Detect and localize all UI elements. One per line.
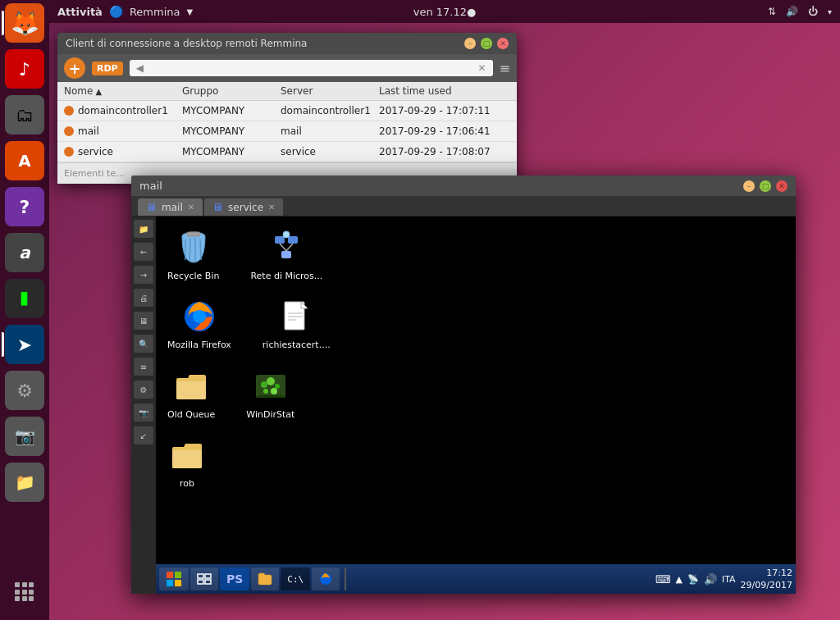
launcher-help[interactable]: ? <box>5 187 44 226</box>
rob-icon-desktop[interactable]: rob <box>164 432 210 493</box>
network-tray[interactable]: 📡 <box>687 574 699 585</box>
explorer-button[interactable] <box>251 568 279 590</box>
mail-close-button[interactable]: ✕ <box>776 180 788 192</box>
tab-mail[interactable]: 🖥 mail ✕ <box>138 198 203 216</box>
app-menu-arrow[interactable]: ▼ <box>186 7 193 16</box>
sidebar-btn-forward[interactable]: → <box>134 266 153 284</box>
taskbar-firefox[interactable] <box>312 568 340 590</box>
sidebar-btn-settings[interactable]: ⚙ <box>134 381 153 399</box>
app-name[interactable]: Remmina <box>130 6 180 18</box>
launcher-firefox[interactable]: 🦊 <box>5 3 44 43</box>
sidebar-btn-cam[interactable]: 📷 <box>134 403 153 422</box>
mail-maximize-button[interactable]: □ <box>760 180 771 192</box>
launcher-remmina[interactable]: ➤ <box>5 325 44 364</box>
launcher-amazon[interactable]: a <box>5 233 44 272</box>
rob-image <box>167 435 207 475</box>
mail-body: 📁 ← → 🖨 🖥 🔍 ≡ ⚙ 📷 ↙ <box>131 217 796 594</box>
win-date: 29/09/2017 <box>741 579 792 591</box>
power-icon[interactable]: ⏻ <box>808 6 818 17</box>
cmd-button[interactable]: C:\ <box>281 568 310 590</box>
svg-rect-6 <box>275 236 285 244</box>
sidebar-btn-monitor[interactable]: 🖥 <box>134 312 153 330</box>
launcher-file-manager[interactable]: 📁 <box>5 463 44 502</box>
sidebar-btn-back[interactable]: ← <box>134 243 153 261</box>
search-input[interactable] <box>144 62 478 74</box>
taskview-button[interactable] <box>190 568 218 590</box>
connection-icon-1 <box>64 126 74 136</box>
sidebar-btn-list[interactable]: ≡ <box>134 358 153 376</box>
svg-line-10 <box>286 244 293 251</box>
sidebar-btn-folder[interactable]: 📁 <box>134 220 153 238</box>
start-button[interactable] <box>159 568 189 590</box>
lang-indicator[interactable]: ITA <box>722 574 736 585</box>
row-last-used-2: 2017-09-29 - 17:08:07 <box>379 146 510 157</box>
sidebar-btn-search[interactable]: 🔍 <box>134 335 153 353</box>
svg-point-19 <box>261 381 267 388</box>
sound-tray[interactable]: 🔊 <box>704 573 717 586</box>
top-bar: Attività 🔵 Remmina ▼ ven 17.12● ⇅ 🔊 ⏻ ▾ <box>49 0 840 23</box>
connection-icon-2 <box>64 147 74 157</box>
remmina-toolbar: + RDP ◀ ✕ ≡ <box>57 54 517 82</box>
remmina-title: Client di connessione a desktop remoti R… <box>66 38 307 49</box>
power-arrow[interactable]: ▾ <box>828 7 832 16</box>
icon-row-3: Old Queue <box>164 363 788 424</box>
sidebar-btn-down[interactable]: ↙ <box>134 426 153 444</box>
launcher-camera[interactable]: 📷 <box>5 417 44 456</box>
tab-mail-close[interactable]: ✕ <box>188 203 194 212</box>
oldqueue-image <box>171 367 211 406</box>
svg-rect-26 <box>175 572 181 578</box>
firefox-image <box>180 297 219 336</box>
table-row[interactable]: mail MYCOMPANY mail 2017-09-29 - 17:06:4… <box>57 121 517 142</box>
tab-service-close[interactable]: ✕ <box>268 203 275 212</box>
close-button[interactable]: ✕ <box>497 38 509 49</box>
sidebar-btn-print[interactable]: 🖨 <box>134 289 153 307</box>
windirstat-icon-desktop[interactable]: WinDirStat <box>243 363 298 424</box>
svg-point-22 <box>263 389 268 394</box>
firefox-icon-desktop[interactable]: Mozilla Firefox <box>164 294 235 354</box>
col-server: Server <box>281 85 379 97</box>
row-group-0: MYCOMPANY <box>182 105 281 116</box>
row-last-used-1: 2017-09-29 - 17:06:41 <box>379 125 510 137</box>
table-row[interactable]: domaincontroller1 MYCOMPANY domaincontro… <box>57 101 517 121</box>
row-name-1: mail <box>64 125 182 137</box>
recycle-bin-icon-desktop[interactable]: Recycle Bin <box>164 225 222 285</box>
row-server-1: mail <box>281 125 379 137</box>
sound-icon[interactable]: 🔊 <box>786 6 798 17</box>
icon-row-2: Mozilla Firefox <box>164 294 788 354</box>
mail-minimize-button[interactable]: – <box>743 180 755 192</box>
activities-label[interactable]: Attività <box>57 6 103 18</box>
oldqueue-label: Old Queue <box>167 409 215 421</box>
add-connection-button[interactable]: + <box>64 57 85 79</box>
remmina-icon: 🔵 <box>109 5 123 18</box>
launcher-terminal[interactable]: ▉ <box>5 279 44 318</box>
mail-tabs: 🖥 mail ✕ 🖥 service ✕ <box>131 196 796 217</box>
launcher-rhythmbox[interactable]: ♪ <box>5 49 44 89</box>
powershell-button[interactable]: PS <box>220 568 249 590</box>
svg-rect-25 <box>167 572 173 578</box>
mail-sidebar: 📁 ← → 🖨 🖥 🔍 ≡ ⚙ 📷 ↙ <box>131 217 156 594</box>
up-arrow-icon[interactable]: ▲ <box>675 574 682 585</box>
row-group-1: MYCOMPANY <box>182 125 281 137</box>
row-server-0: domaincontroller1 <box>281 105 379 116</box>
oldqueue-icon-desktop[interactable]: Old Queue <box>164 363 218 424</box>
launcher-settings[interactable]: ⚙ <box>5 371 44 410</box>
table-row[interactable]: service MYCOMPANY service 2017-09-29 - 1… <box>57 142 517 162</box>
network-icon-desktop[interactable]: Rete di Micros... <box>247 225 326 285</box>
launcher-appstore[interactable]: A <box>5 141 44 180</box>
launcher-files[interactable]: 🗂 <box>5 95 44 134</box>
network-icon[interactable]: ⇅ <box>768 6 776 17</box>
maximize-button[interactable]: □ <box>481 38 492 49</box>
windows-taskbar: PS C:\ <box>156 564 796 594</box>
remmina-titlebar: Client di connessione a desktop remoti R… <box>57 33 517 54</box>
document-icon-desktop[interactable]: richiestacert.... <box>259 294 334 354</box>
minimize-button[interactable]: – <box>464 38 476 49</box>
keyboard-icon[interactable]: ⌨ <box>655 573 671 586</box>
tab-service[interactable]: 🖥 service ✕ <box>204 198 283 216</box>
mail-window-title: mail <box>139 180 162 192</box>
clear-search-icon[interactable]: ✕ <box>478 62 486 74</box>
win-clock: 17:12 29/09/2017 <box>741 567 792 592</box>
top-bar-left: Attività 🔵 Remmina ▼ <box>57 5 193 18</box>
launcher-apps-grid[interactable] <box>5 572 44 612</box>
menu-icon[interactable]: ≡ <box>500 61 510 76</box>
rdp-badge[interactable]: RDP <box>92 62 123 75</box>
